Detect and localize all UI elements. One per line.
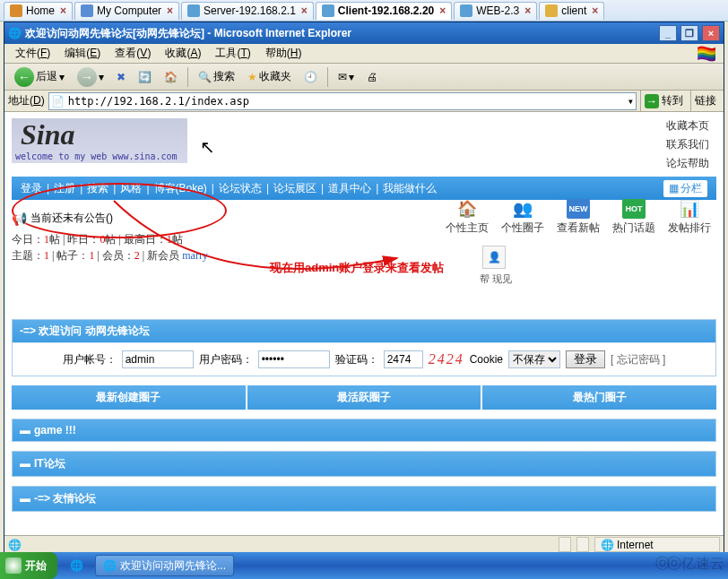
speaker-icon: 📢: [12, 212, 27, 226]
dropdown-icon[interactable]: ▾: [628, 95, 634, 108]
section-header[interactable]: ▬IT论坛: [12, 451, 716, 477]
host-tab[interactable]: My Computer×: [74, 2, 179, 20]
address-input[interactable]: 📄 http://192.168.2.1/index.asp ▾: [48, 92, 637, 110]
nav-link[interactable]: 道具中心: [328, 181, 371, 196]
quick-icon[interactable]: NEW查看新帖: [557, 199, 600, 236]
host-tab[interactable]: client×: [539, 2, 604, 20]
menu-item[interactable]: 文件(F): [10, 44, 56, 63]
cookie-select[interactable]: 不保存: [508, 350, 560, 368]
circle-columns: 最新创建圈子最活跃圈子最热门圈子: [12, 385, 716, 410]
close-icon[interactable]: ×: [524, 4, 531, 17]
menu-item[interactable]: 收藏(A): [160, 44, 206, 63]
page-viewport[interactable]: Sina welcome to my web www.sina.com ↖ 收藏…: [4, 112, 724, 535]
minimize-button[interactable]: _: [659, 25, 677, 41]
favorites-button[interactable]: ★收藏夹: [243, 66, 296, 87]
quick-icon[interactable]: HOT热门话题: [612, 199, 655, 236]
nav-link[interactable]: 论坛展区: [273, 181, 316, 196]
page-icon: 📄: [51, 95, 65, 108]
site-logo: Sina welcome to my web www.sina.com: [12, 118, 187, 163]
username-input[interactable]: [122, 350, 194, 368]
host-tab[interactable]: Home×: [4, 2, 73, 20]
tab-icon: [187, 4, 200, 17]
taskbar-item[interactable]: 🌐 欢迎访问动网先锋论...: [95, 555, 234, 576]
login-panel: -=> 欢迎访问 动网先锋论坛 用户帐号： 用户密码： 验证码： 2424 Co…: [12, 319, 716, 376]
status-cell: [576, 537, 589, 552]
quicklaunch[interactable]: 🌐: [63, 555, 90, 576]
refresh-icon: 🔄: [138, 71, 152, 83]
captcha-input[interactable]: [384, 350, 423, 368]
close-icon[interactable]: ×: [301, 4, 308, 17]
ie-title-text: 欢迎访问动网先锋论坛[动网先锋论坛] - Microsoft Internet …: [25, 26, 351, 41]
close-button[interactable]: ×: [702, 25, 720, 41]
dropdown-icon: ▾: [99, 71, 104, 83]
header-link[interactable]: 收藏本页: [666, 118, 709, 134]
username-label: 用户帐号：: [63, 352, 117, 367]
back-button[interactable]: ← 后退 ▾: [10, 65, 69, 90]
password-input[interactable]: [258, 350, 330, 368]
refresh-button[interactable]: 🔄: [134, 68, 156, 86]
section-header[interactable]: ▬game !!!: [12, 419, 716, 442]
avatar-label: 帮 现见: [480, 272, 512, 286]
home-icon: 🏠: [164, 71, 178, 83]
header-link[interactable]: 联系我们: [666, 137, 709, 152]
home-button[interactable]: 🏠: [160, 68, 182, 86]
mail-button[interactable]: ✉▾: [334, 68, 359, 86]
forward-button[interactable]: → ▾: [73, 65, 108, 90]
cookie-label: Cookie: [470, 353, 503, 366]
section-header[interactable]: ▬-=> 友情论坛: [12, 486, 716, 512]
collapse-icon[interactable]: ▬: [20, 492, 30, 505]
split-button[interactable]: ▦ 分栏: [663, 180, 707, 197]
quick-icon[interactable]: 📊发帖排行: [668, 199, 711, 236]
stop-button[interactable]: ✖: [112, 68, 130, 86]
icon: 📊: [678, 199, 701, 219]
quick-icon[interactable]: 👥个性圈子: [501, 199, 544, 236]
annotation-text: 现在用admin账户登录来查看发帖: [270, 260, 444, 276]
links-button[interactable]: 链接: [690, 91, 720, 112]
close-icon[interactable]: ×: [592, 4, 598, 17]
menu-item[interactable]: 工具(T): [210, 44, 256, 63]
back-icon: ←: [14, 67, 34, 87]
print-button[interactable]: 🖨: [362, 68, 382, 86]
host-tab[interactable]: WEB-2.3×: [454, 2, 537, 20]
search-button[interactable]: 🔍搜索: [194, 66, 239, 87]
close-icon[interactable]: ×: [167, 4, 173, 17]
menu-item[interactable]: 帮助(H): [260, 44, 308, 63]
login-button[interactable]: 登录: [566, 350, 605, 368]
tab-icon: [81, 4, 93, 17]
close-icon[interactable]: ×: [439, 4, 446, 17]
status-cell: [559, 537, 571, 552]
start-button[interactable]: 开始: [0, 552, 57, 579]
windows-icon: [5, 557, 22, 574]
nav-link[interactable]: 我能做什么: [383, 181, 437, 196]
collapse-icon[interactable]: ▬: [20, 424, 30, 436]
menu-item[interactable]: 编辑(E): [59, 44, 106, 63]
host-tabs: Home×My Computer×Server-192.168.2.1×Clie…: [0, 0, 728, 22]
collapse-icon[interactable]: ▬: [20, 457, 30, 470]
ie-menubar: 文件(F)编辑(E)查看(V)收藏(A)工具(T)帮助(H)🏳️‍🌈: [4, 44, 724, 64]
avatar-icon: 👤: [482, 246, 506, 269]
url-text: http://192.168.2.1/index.asp: [68, 95, 249, 108]
page-icon: 🌐: [8, 539, 22, 551]
close-icon[interactable]: ×: [60, 4, 66, 17]
history-button[interactable]: 🕘: [299, 68, 322, 86]
ie-toolbar: ← 后退 ▾ → ▾ ✖ 🔄 🏠 🔍搜索 ★收藏夹 🕘 ✉▾ 🖨: [4, 64, 724, 91]
go-button[interactable]: → 转到: [640, 91, 687, 112]
ie-titlebar: 🌐 欢迎访问动网先锋论坛[动网先锋论坛] - Microsoft Interne…: [4, 22, 724, 44]
address-bar: 地址(D) 📄 http://192.168.2.1/index.asp ▾ →…: [4, 91, 724, 112]
new-member-link[interactable]: marry: [182, 249, 208, 262]
forward-icon: →: [77, 67, 97, 87]
quick-icon[interactable]: 🏠个性主页: [446, 199, 489, 236]
host-tab[interactable]: Client-192.168.2.20×: [316, 2, 452, 20]
nav-link[interactable]: 论坛状态: [219, 181, 262, 196]
star-icon: ★: [247, 71, 257, 83]
header-link[interactable]: 论坛帮助: [666, 156, 709, 171]
forgot-password-link[interactable]: [ 忘记密码 ]: [611, 352, 665, 367]
password-label: 用户密码：: [199, 352, 253, 367]
icon: NEW: [567, 199, 590, 219]
host-tab[interactable]: Server-192.168.2.1×: [181, 2, 314, 20]
menu-item[interactable]: 查看(V): [109, 44, 156, 63]
maximize-button[interactable]: ❐: [680, 25, 698, 41]
address-label: 地址(D): [8, 93, 45, 108]
dropdown-icon: ▾: [349, 71, 354, 83]
ie-icon: 🌐: [103, 559, 117, 572]
